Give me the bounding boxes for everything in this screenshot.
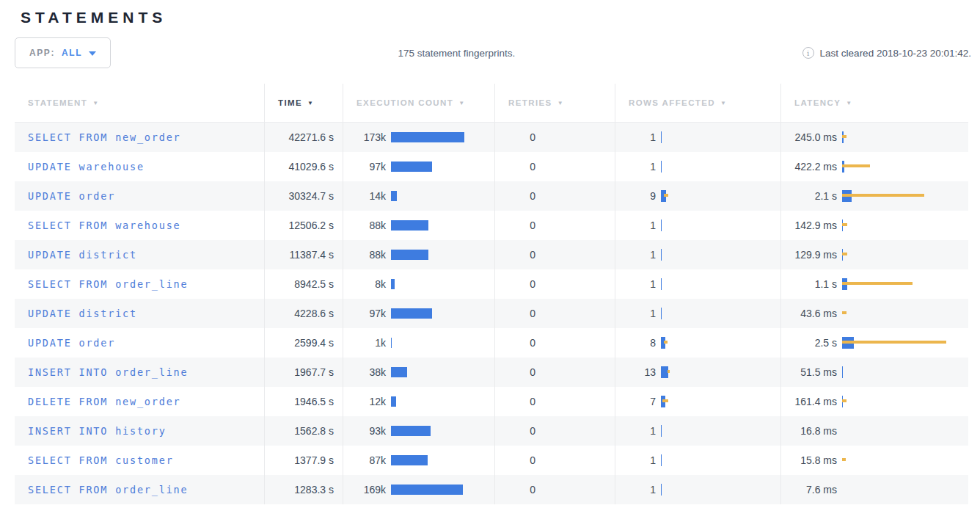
- latency-bar: [842, 249, 968, 261]
- execution-count-cell: 87k: [343, 446, 494, 475]
- statement-link[interactable]: SELECT FROM order_line: [28, 278, 188, 290]
- latency-cell: 16.8 ms: [780, 416, 968, 446]
- statement-cell: SELECT FROM new_order: [15, 123, 264, 152]
- statement-link[interactable]: UPDATE order: [28, 190, 115, 202]
- time-value: 8942.5 s: [294, 278, 334, 290]
- rows-affected-value: 1: [615, 454, 656, 466]
- column-header-statement[interactable]: STATEMENT ▼: [15, 84, 264, 122]
- rows-affected-cell: 1: [615, 475, 780, 504]
- mean-bar: [391, 220, 428, 231]
- statement-link[interactable]: UPDATE order: [28, 337, 115, 349]
- app-filter-dropdown[interactable]: APP: ALL: [15, 37, 111, 68]
- page-title: STATEMENTS: [21, 9, 980, 26]
- rows-affected-cell: 1: [615, 240, 780, 269]
- execution-count-bar: [391, 454, 494, 466]
- statement-link[interactable]: SELECT FROM warehouse: [28, 219, 180, 231]
- statement-cell: DELETE FROM new_order: [15, 387, 264, 416]
- time-value: 30324.7 s: [289, 190, 334, 202]
- statement-cell: UPDATE warehouse: [15, 152, 264, 181]
- latency-bar: [842, 454, 968, 466]
- mean-bar: [391, 191, 397, 201]
- statement-link[interactable]: SELECT FROM order_line: [28, 484, 188, 496]
- rows-affected-cell: 13: [615, 358, 780, 387]
- column-header-rows-affected[interactable]: ROWS AFFECTED ▼: [615, 84, 780, 122]
- column-header-execution-count[interactable]: EXECUTION COUNT ▼: [343, 84, 494, 122]
- latency-bar: [842, 366, 968, 378]
- execution-count-bar: [391, 484, 494, 496]
- latency-value: 16.8 ms: [781, 425, 837, 437]
- sort-icon: ▼: [307, 101, 314, 106]
- statement-link[interactable]: UPDATE warehouse: [28, 161, 145, 173]
- statement-link[interactable]: UPDATE district: [28, 308, 137, 319]
- execution-count-cell: 14k: [343, 181, 494, 211]
- execution-count-value: 8k: [343, 278, 386, 290]
- statement-link[interactable]: INSERT INTO order_line: [28, 366, 188, 378]
- stddev-bar: [664, 194, 668, 197]
- time-value: 1283.3 s: [294, 484, 334, 496]
- column-header-time[interactable]: TIME ▼: [264, 84, 343, 122]
- execution-count-cell: 173k: [343, 123, 494, 152]
- statement-link[interactable]: UPDATE district: [28, 249, 137, 261]
- mean-bar: [391, 132, 464, 142]
- execution-count-value: 14k: [343, 190, 386, 202]
- mean-bar: [391, 162, 432, 172]
- rows-affected-bar: [661, 337, 780, 349]
- latency-bar: [842, 308, 968, 319]
- mean-bar: [661, 161, 662, 173]
- time-cell: 42271.6 s: [264, 123, 343, 152]
- statement-link[interactable]: SELECT FROM new_order: [28, 131, 180, 143]
- table-row: SELECT FROM new_order42271.6 s173k01245.…: [15, 123, 968, 152]
- info-icon[interactable]: i: [802, 47, 814, 59]
- rows-affected-cell: 1: [615, 269, 780, 299]
- execution-count-bar: [391, 308, 494, 319]
- time-cell: 12506.2 s: [264, 211, 343, 240]
- latency-cell: 245.0 ms: [780, 123, 968, 152]
- time-value: 41029.6 s: [289, 161, 334, 173]
- time-cell: 1967.7 s: [264, 358, 343, 387]
- time-value: 12506.2 s: [289, 219, 334, 231]
- latency-bar: [842, 219, 968, 231]
- rows-affected-bar: [661, 161, 780, 173]
- last-cleared-text: Last cleared 2018-10-23 20:01:42.: [820, 48, 971, 59]
- table-row: UPDATE district4228.6 s97k0143.6 ms: [15, 299, 968, 328]
- execution-count-cell: 97k: [343, 299, 494, 328]
- rows-affected-bar: [661, 454, 780, 466]
- mean-bar: [391, 367, 407, 377]
- statement-link[interactable]: INSERT INTO history: [28, 425, 167, 437]
- statement-cell: UPDATE district: [15, 240, 264, 269]
- latency-cell: 2.5 s: [780, 328, 968, 358]
- latency-cell: 2.1 s: [780, 181, 968, 211]
- execution-count-cell: 12k: [343, 387, 494, 416]
- stddev-bar: [842, 341, 946, 344]
- column-header-retries[interactable]: RETRIES ▼: [494, 84, 615, 122]
- mean-bar: [391, 308, 432, 319]
- mean-bar: [661, 131, 662, 143]
- mean-bar: [661, 454, 662, 466]
- time-value: 1377.9 s: [294, 454, 334, 466]
- latency-cell: 129.9 ms: [780, 240, 968, 269]
- rows-affected-bar: [661, 484, 780, 496]
- rows-affected-bar: [661, 131, 780, 143]
- table-row: SELECT FROM customer1377.9 s87k0115.8 ms: [15, 446, 968, 475]
- mean-bar: [661, 308, 662, 319]
- rows-affected-value: 1: [615, 484, 656, 496]
- latency-value: 245.0 ms: [781, 131, 837, 143]
- statement-link[interactable]: DELETE FROM new_order: [28, 396, 180, 407]
- execution-count-bar: [391, 219, 494, 231]
- statement-link[interactable]: SELECT FROM customer: [28, 454, 174, 466]
- execution-count-value: 12k: [343, 396, 386, 407]
- stddev-bar: [842, 164, 870, 167]
- retries-cell: 0: [494, 416, 615, 446]
- latency-cell: 15.8 ms: [780, 446, 968, 475]
- column-header-latency[interactable]: LATENCY ▼: [780, 84, 968, 122]
- retries-value: 0: [495, 308, 535, 319]
- retries-value: 0: [495, 219, 535, 231]
- statement-cell: INSERT INTO order_line: [15, 358, 264, 387]
- latency-value: 142.9 ms: [781, 219, 837, 231]
- table-row: INSERT INTO history1562.8 s93k0116.8 ms: [15, 416, 968, 446]
- retries-cell: 0: [494, 358, 615, 387]
- latency-value: 15.8 ms: [781, 454, 837, 466]
- table-row: SELECT FROM order_line1283.3 s169k017.6 …: [15, 475, 968, 504]
- mean-bar: [661, 219, 662, 231]
- retries-value: 0: [495, 131, 535, 143]
